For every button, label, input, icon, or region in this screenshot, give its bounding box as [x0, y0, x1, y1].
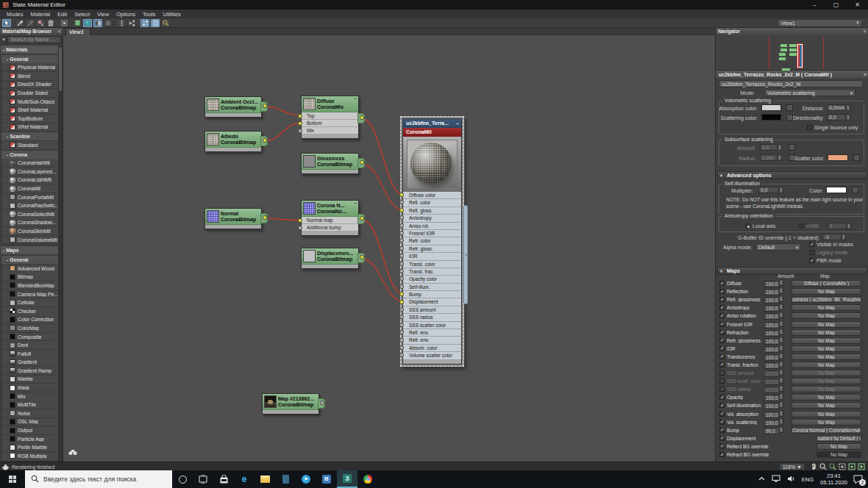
input-socket-absorb-color[interactable]: [399, 345, 404, 350]
node-corona-n-[interactable]: Corona N...CoronaNo...−Normal mapAdditio…: [301, 200, 359, 236]
node-slot-bottom[interactable]: Bottom: [302, 120, 358, 127]
telegram-icon[interactable]: ➤: [296, 470, 316, 488]
browser-item-mask[interactable]: Mask: [2, 384, 59, 392]
map-amount-field[interactable]: 100,0: [764, 338, 780, 345]
vk-icon[interactable]: B: [316, 470, 337, 488]
browser-item-top-bottom[interactable]: Top/Bottom: [2, 115, 59, 123]
input-socket-aniso-rot-[interactable]: [399, 223, 404, 228]
browser-item-gradient-ramp[interactable]: Gradient Ramp: [2, 367, 59, 375]
browser-section--materials[interactable]: - Materials: [1, 46, 59, 54]
browser-item-coronamtl[interactable]: CoronaMtl: [2, 184, 59, 193]
browser-item-multitile[interactable]: MultiTile: [2, 401, 59, 409]
map-amount-field[interactable]: 100,0: [764, 370, 780, 377]
browser-scrollbar[interactable]: [58, 46, 63, 462]
radius-spinner[interactable]: [778, 154, 782, 161]
pick-material-eyedropper-icon[interactable]: [15, 19, 24, 27]
map-checkbox[interactable]: [719, 289, 725, 294]
input-socket-displacement[interactable]: [399, 300, 404, 304]
hide-unused-nodeslots-icon[interactable]: [73, 19, 82, 27]
map-checkbox[interactable]: [719, 444, 725, 449]
gbuffer-spinner[interactable]: [842, 234, 846, 240]
output-socket[interactable]: [320, 401, 324, 405]
menu-tools[interactable]: Tools: [139, 11, 160, 18]
map-checkbox[interactable]: [719, 378, 725, 384]
task-view-icon[interactable]: [193, 470, 213, 488]
zoom-region-icon[interactable]: [829, 463, 836, 470]
map-button[interactable]: No Map: [817, 451, 861, 458]
node-slot-bump[interactable]: Bump: [403, 291, 461, 298]
scattering-color-swatch[interactable]: [761, 114, 781, 121]
notification-icon[interactable]: 2: [853, 475, 864, 484]
browser-item-multi-sub-object[interactable]: Multi/Sub-Object: [2, 98, 59, 106]
node-slot-anisotropy[interactable]: Anisotropy: [403, 215, 461, 222]
browser-item-camera-map-pe-[interactable]: Camera Map Pe...: [2, 290, 59, 298]
browser-item-composite[interactable]: Composite: [2, 333, 59, 341]
map-button[interactable]: No Map: [817, 443, 861, 450]
input-socket-transl-color[interactable]: [399, 262, 404, 266]
map-button[interactable]: No Map: [791, 345, 861, 352]
map-amount-spinner[interactable]: [780, 410, 783, 417]
node-slot-absorb-color[interactable]: Absorb. color: [403, 345, 461, 352]
assign-material-to-selection-icon[interactable]: [36, 19, 45, 27]
show-shaded-material-icon[interactable]: [83, 19, 92, 27]
map-button[interactable]: No Map: [791, 370, 861, 376]
browser-item-physical-material[interactable]: Physical Material: [2, 63, 59, 71]
view-tab[interactable]: View1: [65, 28, 90, 35]
input-socket-bottom[interactable]: [298, 121, 302, 126]
node-slot-sss-amount[interactable]: SSS amount: [403, 306, 461, 314]
browser-item-marble[interactable]: Marble: [2, 376, 59, 384]
node-displacemen-[interactable]: Displacemen...CoronaBitmap: [301, 248, 359, 269]
map-amount-field[interactable]: 100,0: [764, 362, 780, 369]
map-checkbox[interactable]: [719, 370, 725, 376]
node-slot-opacity-color[interactable]: Opacity color: [403, 276, 461, 283]
selfillum-color-swatch[interactable]: [826, 187, 847, 193]
show-numbers-icon[interactable]: 0: [104, 19, 113, 27]
browser-item-blend[interactable]: Blend: [2, 72, 59, 80]
map-amount-spinner[interactable]: [780, 304, 783, 310]
scatter-color-swatch[interactable]: [828, 154, 848, 161]
map-button[interactable]: No Map: [791, 402, 861, 409]
view-selector-dropdown[interactable]: View1▼: [778, 19, 862, 27]
input-socket-refr-gloss-[interactable]: [399, 246, 404, 251]
input-socket-refl-gloss-[interactable]: [399, 208, 404, 212]
node-slot-refr-gloss-[interactable]: Refr. gloss.: [403, 245, 461, 253]
layout-all-vertical-icon[interactable]: [117, 19, 126, 27]
map-amount-spinner[interactable]: [780, 312, 783, 318]
menu-modes[interactable]: Modes: [3, 11, 27, 18]
browser-item-gradient[interactable]: Gradient: [2, 358, 59, 366]
map-checkbox[interactable]: [719, 387, 725, 392]
browser-item-coronarayswitc-[interactable]: CoronaRaySwitc...: [2, 201, 59, 209]
map-amount-field[interactable]: 100,0: [764, 395, 780, 401]
map-button[interactable]: No Map: [791, 411, 861, 417]
map-checkbox[interactable]: [719, 305, 725, 310]
node-slot-additional-bump[interactable]: Additional bump: [302, 224, 358, 232]
node-slot-refl-gloss-[interactable]: Refl. gloss.: [403, 207, 461, 215]
menu-select[interactable]: Select: [71, 11, 93, 18]
multiplier-spinner[interactable]: [780, 187, 783, 193]
input-socket-sss-scatter-color[interactable]: [399, 323, 404, 327]
map-checkbox[interactable]: [719, 395, 725, 400]
edge-icon[interactable]: e: [234, 470, 255, 488]
map-amount-field[interactable]: 100,0: [764, 289, 780, 295]
start-button[interactable]: [0, 473, 25, 486]
output-socket[interactable]: [360, 115, 364, 120]
legacy-mode-checkbox[interactable]: [809, 250, 814, 255]
node-slot-sss-radius[interactable]: SSS radius: [403, 314, 461, 321]
directionality-field[interactable]: 0,0: [827, 114, 846, 121]
clock[interactable]: 23:41 05.11.2020: [820, 473, 847, 486]
amount-spinner[interactable]: [778, 144, 782, 151]
map-amount-field[interactable]: 100,0: [764, 378, 780, 385]
browser-section--corona[interactable]: - Corona: [1, 151, 59, 159]
node-diffuse[interactable]: DiffuseCoronaMix−TopBottomMix: [301, 96, 359, 139]
browser-item-blendedboxmap[interactable]: BlendedBoxMap: [2, 281, 59, 290]
browser-item-color-correction[interactable]: Color Correction: [2, 315, 59, 323]
map-checkbox[interactable]: [719, 412, 725, 417]
node-slot-self-illum-[interactable]: Self-illum.: [403, 284, 461, 291]
map-amount-spinner[interactable]: [780, 345, 783, 351]
map-amount-field[interactable]: 100,0: [764, 354, 780, 361]
render-preview-icon[interactable]: [151, 19, 160, 27]
pan-hand-icon[interactable]: [810, 463, 817, 470]
move-children-icon[interactable]: [60, 19, 68, 27]
search-input[interactable]: Search by Name ...: [7, 36, 61, 43]
taskbar-search[interactable]: Введите здесь текст для поиска: [25, 470, 172, 488]
